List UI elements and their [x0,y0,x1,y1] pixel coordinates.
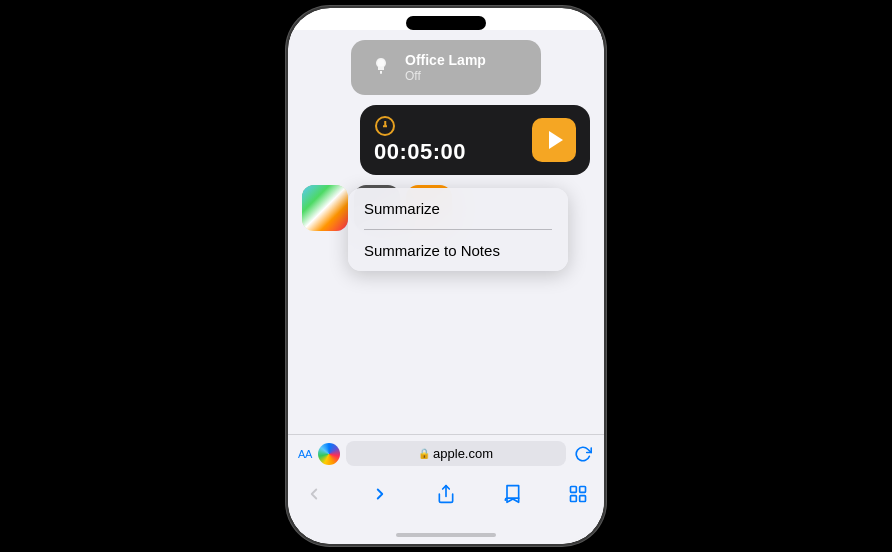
forward-button[interactable] [364,478,396,510]
phone-frame: Office Lamp Off 00:05:00 [286,6,606,546]
home-bar [396,533,496,537]
lamp-name: Office Lamp [405,52,486,69]
lamp-icon [367,54,395,82]
url-bar[interactable]: 🔒 apple.com [346,441,566,466]
svg-rect-5 [580,487,586,493]
svg-rect-7 [580,496,586,502]
back-button[interactable] [298,478,330,510]
lock-icon: 🔒 [419,448,429,460]
summarize-button[interactable]: Summarize [348,188,568,229]
lamp-status: Off [405,69,486,83]
lamp-card[interactable]: Office Lamp Off [351,40,541,95]
dynamic-island [406,16,486,30]
svg-rect-6 [571,496,577,502]
bookmarks-button[interactable] [496,478,528,510]
phone-screen: Office Lamp Off 00:05:00 [288,8,604,544]
siri-button[interactable] [318,443,340,465]
clock-icon [374,115,396,137]
bottom-nav [288,472,604,526]
summarize-to-notes-button[interactable]: Summarize to Notes [348,230,568,271]
svg-point-0 [378,59,385,66]
timer-play-button[interactable] [532,118,576,162]
svg-rect-4 [571,487,577,493]
play-triangle-icon [549,131,563,149]
share-button[interactable] [430,478,462,510]
maps-app-icon[interactable] [302,185,348,231]
url-text: apple.com [433,446,493,461]
lamp-text: Office Lamp Off [405,52,486,83]
aa-button[interactable]: AA [298,448,312,460]
home-indicator [288,526,604,544]
refresh-button[interactable] [572,443,594,465]
browser-bar: AA 🔒 apple.com [288,434,604,472]
context-menu: Summarize Summarize to Notes [348,188,568,271]
timer-left: 00:05:00 [374,115,466,165]
timer-card[interactable]: 00:05:00 [360,105,590,175]
timer-time: 00:05:00 [374,139,466,165]
tabs-button[interactable] [562,478,594,510]
content-area: Office Lamp Off 00:05:00 [288,30,604,434]
